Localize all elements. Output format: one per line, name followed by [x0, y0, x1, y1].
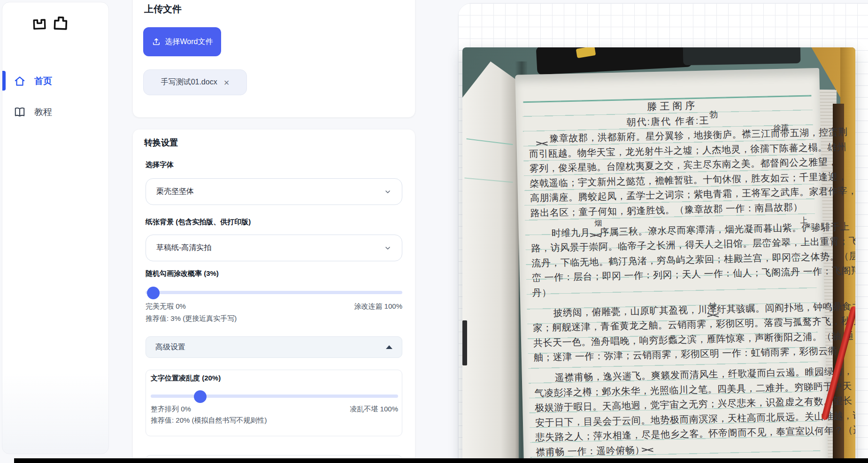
caret-up-icon: [386, 345, 392, 349]
paper-select-label: 纸张背景 (包含实拍版、供打印版): [146, 218, 251, 227]
scribble-mark: [536, 140, 547, 147]
paper-select[interactable]: 草稿纸-高清实拍: [146, 235, 402, 261]
advanced-settings-label: 高级设置: [155, 342, 185, 352]
font-select[interactable]: 栗壳坚坚体: [146, 178, 402, 205]
scribble-slider-thumb[interactable]: [147, 287, 160, 299]
font-select-value: 栗壳坚坚体: [156, 187, 194, 197]
notebook-page: 滕王阁序 朝代:唐代 作者:王勃 豫章故郡，洪都新府。星分翼轸，地接衡庐。襟三江…: [515, 68, 829, 463]
handwriting-note: 钟: [709, 301, 716, 311]
bottom-bar: [14, 458, 868, 463]
scribble-recommend: 推荐值: 3% (更接近真实手写): [146, 314, 237, 323]
sidebar: 首页 教程: [2, 2, 109, 454]
curl-rule-line: [464, 177, 513, 182]
scribble-slider[interactable]: [146, 291, 402, 294]
binder-clip: [462, 320, 467, 365]
pen-case: [536, 47, 692, 75]
dark-object: [683, 47, 801, 65]
handwriting-text: 滕王阁序 朝代:唐代 作者:王勃 豫章故郡，洪都新府。星分翼轸，地接衡庐。襟三江…: [528, 95, 825, 463]
upload-icon: [152, 37, 161, 46]
home-icon: [14, 75, 26, 87]
sidebar-item-label: 教程: [34, 106, 52, 118]
chevron-down-icon: [384, 188, 392, 196]
uploaded-file-name: 手写测试01.docx: [161, 77, 217, 87]
book-icon: [14, 106, 26, 118]
messiness-slider-label: 文字位置凌乱度 (20%): [151, 374, 221, 383]
scribble-slider-label: 随机勾画涂改概率 (3%): [146, 269, 219, 278]
messiness-slider[interactable]: [151, 395, 398, 398]
font-select-label: 选择字体: [146, 160, 174, 169]
logo-concave-icon: [31, 15, 47, 32]
select-word-file-button[interactable]: 选择Word文件: [143, 27, 221, 56]
messiness-slider-thumb[interactable]: [194, 390, 207, 403]
scribble-mark: [642, 446, 653, 454]
remove-file-icon[interactable]: ×: [224, 78, 230, 87]
notebook-left-page-curl: [462, 61, 519, 463]
settings-card: 转换设置 选择字体 栗壳坚坚体 纸张背景 (包含实拍版、供打印版) 草稿纸-高清…: [133, 129, 415, 463]
handwriting-note: 上: [800, 216, 807, 226]
handwriting-note: 徐孺: [774, 123, 789, 134]
scribble-mark: [590, 232, 601, 239]
sidebar-item-tutorial[interactable]: 教程: [2, 102, 109, 122]
messiness-min-label: 整齐排列 0%: [151, 405, 191, 414]
logo-convex-icon: [52, 15, 69, 32]
upload-card: 上传文件 选择Word文件 手写测试01.docx ×: [133, 0, 415, 117]
upload-title: 上传文件: [144, 3, 182, 15]
settings-title: 转换设置: [144, 137, 178, 148]
scribble-min-label: 完美无瑕 0%: [146, 302, 186, 311]
paper-select-value: 草稿纸-高清实拍: [156, 243, 211, 253]
app-logo: [31, 15, 69, 32]
handwriting-note: 烟: [594, 219, 602, 228]
advanced-settings-toggle[interactable]: 高级设置: [146, 336, 402, 358]
chevron-down-icon: [384, 244, 392, 252]
messiness-max-label: 凌乱不堪 100%: [350, 405, 398, 414]
uploaded-file-chip: 手写测试01.docx ×: [143, 69, 247, 95]
sidebar-item-label: 首页: [34, 75, 52, 87]
byline-main: 朝代:唐代 作者:王: [626, 115, 709, 127]
select-word-file-label: 选择Word文件: [165, 37, 213, 47]
advanced-settings-panel: 文字位置凌乱度 (20%) 整齐排列 0% 凌乱不堪 100% 推荐值: 20%…: [146, 370, 402, 436]
scribble-mark: [707, 311, 719, 319]
messiness-recommend: 推荐值: 20% (模拟自然书写不规则性): [151, 416, 267, 425]
sidebar-item-home[interactable]: 首页: [2, 71, 109, 91]
handwriting-lines: 豫章故郡，洪都新府。星分翼轸，地接衡庐。襟三江而带五湖，控蛮荆而引瓯越。物华天宝…: [529, 125, 825, 463]
handwriting-photo: 滕王阁序 朝代:唐代 作者:王勃 豫章故郡，洪都新府。星分翼轸，地接衡庐。襟三江…: [462, 47, 855, 463]
scribble-max-label: 涂改连篇 100%: [354, 302, 402, 311]
curl-rule-line: [466, 138, 513, 145]
byline-superscript: 勃: [709, 107, 719, 122]
